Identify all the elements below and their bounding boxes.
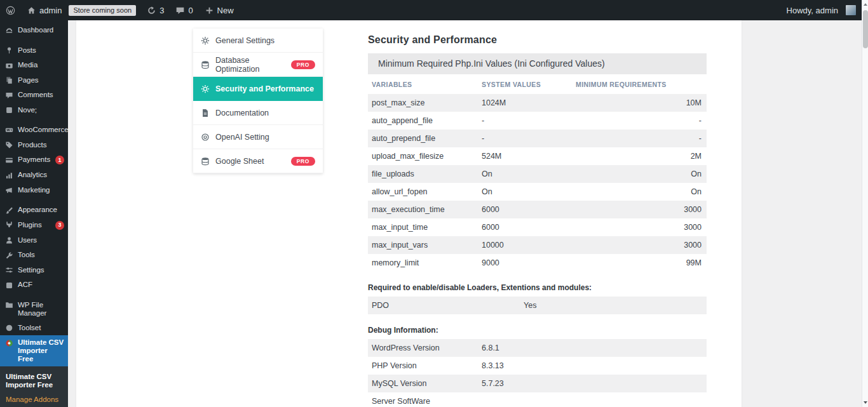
marketing-icon: [5, 186, 13, 194]
minimum-cell: 3000: [572, 201, 707, 218]
sidebar-item-label: Payments: [18, 156, 51, 164]
pro-badge: PRO: [291, 60, 315, 69]
submenu-item-ultimate-csv-importer-free[interactable]: Ultimate CSV Importer Free: [0, 370, 68, 392]
minimum-cell: -: [572, 130, 707, 147]
minimum-cell: 3000: [572, 236, 707, 254]
table-row: MySQL Version5.7.23: [368, 375, 707, 392]
dashboard-icon: [5, 27, 13, 35]
csv-importer-icon: [5, 339, 13, 347]
value-cell: [478, 392, 707, 407]
security-performance-icon: [201, 84, 210, 93]
name-cell: PDO: [368, 297, 520, 314]
minimum-cell: -: [572, 112, 707, 130]
tab-database-optimization[interactable]: Database OptimizationPRO: [193, 53, 323, 77]
sidebar-item-tools[interactable]: Tools: [0, 248, 68, 263]
sidebar-item-dashboard[interactable]: Dashboard: [0, 23, 68, 38]
sidebar-item-woocommerce[interactable]: WooCommerce: [0, 123, 68, 138]
variable-cell: upload_max_filesize: [368, 147, 478, 165]
phpini-values-table: VARIABLESSYSTEM VALUESMINIMUM REQUIREMEN…: [368, 74, 707, 272]
sidebar-item-comments[interactable]: Comments: [0, 88, 68, 103]
nove-icon: [5, 106, 13, 114]
csv-importer-submenu: Ultimate CSV Importer FreeManage Addons: [0, 366, 68, 407]
scroll-up-arrow[interactable]: [862, 0, 868, 9]
new-label: New: [217, 6, 234, 15]
sidebar-item-settings[interactable]: Settings: [0, 263, 68, 278]
users-icon: [5, 236, 13, 244]
admin-sidebar: DashboardPostsMediaPagesCommentsNove;Woo…: [0, 20, 68, 407]
variable-cell: memory_limit: [368, 254, 478, 272]
sidebar-item-label: Tools: [18, 251, 64, 259]
update-icon: [147, 6, 156, 15]
sidebar-item-label: Toolset: [18, 324, 64, 332]
updates-menu[interactable]: 3: [141, 0, 170, 20]
comment-icon: [175, 6, 185, 15]
sidebar-item-acf[interactable]: ACF: [0, 277, 68, 293]
sidebar-item-media[interactable]: Media: [0, 58, 68, 73]
sidebar-item-appearance[interactable]: Appearance: [0, 203, 68, 218]
tab-label: Database Optimization: [215, 56, 285, 74]
avatar: [846, 5, 856, 15]
plugins-icon: [5, 221, 13, 229]
system-value-cell: On: [478, 165, 572, 183]
admin-bar: admin Store coming soon 3 0 New Howdy, a…: [0, 0, 862, 20]
account-menu[interactable]: Howdy, admin: [781, 0, 862, 20]
tab-openai-setting[interactable]: OpenAI Setting: [193, 125, 323, 149]
media-icon: [5, 62, 13, 70]
table-row: max_input_time60003000: [368, 218, 707, 236]
sidebar-item-label: WP File Manager: [18, 301, 64, 317]
settings-icon: [5, 266, 13, 274]
scroll-down-arrow[interactable]: [862, 398, 868, 407]
variable-cell: max_execution_time: [368, 201, 478, 218]
tab-label: OpenAI Setting: [215, 133, 269, 142]
value-cell: Yes: [520, 297, 707, 314]
sidebar-item-pages[interactable]: Pages: [0, 73, 68, 88]
sidebar-item-wp-file-manager[interactable]: WP File Manager: [0, 298, 68, 321]
minimum-cell: 3000: [572, 218, 707, 236]
debug-info-table: WordPress Version6.8.1PHP Version8.3.13M…: [368, 339, 707, 407]
name-cell: MySQL Version: [368, 375, 478, 392]
section-header: Minimum Required Php.Ini Values (Ini Con…: [368, 53, 707, 74]
howdy-text: Howdy, admin: [787, 6, 838, 15]
sidebar-item-analytics[interactable]: Analytics: [0, 168, 68, 183]
coming-soon-badge[interactable]: Store coming soon: [69, 5, 136, 16]
variable-cell: post_max_size: [368, 94, 478, 112]
scrollbar-thumb[interactable]: [863, 10, 868, 48]
tab-documentation[interactable]: Documentation: [193, 101, 323, 125]
site-name-menu[interactable]: admin: [21, 0, 67, 20]
sidebar-item-posts[interactable]: Posts: [0, 43, 68, 58]
minimum-cell: 10M: [572, 94, 707, 112]
sidebar-item-label: ACF: [18, 281, 64, 289]
tab-security-and-performance[interactable]: Security and Performance: [193, 77, 323, 101]
site-name: admin: [39, 6, 62, 15]
updates-count: 3: [159, 6, 164, 15]
sidebar-item-nove[interactable]: Nove;: [0, 103, 68, 118]
table-row: max_execution_time60003000: [368, 201, 707, 218]
column-header: VARIABLES: [368, 74, 478, 94]
sidebar-item-toolset[interactable]: Toolset: [0, 321, 68, 336]
sidebar-item-products[interactable]: Products: [0, 138, 68, 153]
sidebar-item-ultimate-csv-importer-free[interactable]: Ultimate CSV Importer Free: [0, 335, 68, 366]
sidebar-item-plugins[interactable]: Plugins3: [0, 218, 68, 233]
minimum-cell: 99M: [572, 254, 707, 272]
tab-label: Documentation: [215, 109, 269, 117]
tab-google-sheet[interactable]: Google SheetPRO: [193, 149, 323, 173]
submenu-item-manage-addons[interactable]: Manage Addons: [0, 392, 68, 407]
posts-icon: [5, 46, 13, 55]
general-settings-icon: [201, 36, 210, 45]
comments-menu[interactable]: 0: [170, 0, 198, 20]
loaders-table: PDOYes: [368, 297, 707, 314]
acf-icon: [5, 281, 13, 290]
plugin-settings-card: General SettingsDatabase OptimizationPRO…: [76, 20, 742, 407]
sidebar-item-label: Comments: [18, 91, 64, 99]
database-optimization-icon: [201, 60, 210, 69]
table-row: Server SoftWare: [368, 392, 707, 407]
new-content-menu[interactable]: New: [199, 0, 240, 20]
tab-general-settings[interactable]: General Settings: [193, 29, 323, 53]
system-value-cell: 524M: [478, 147, 572, 165]
scrollbar[interactable]: [862, 0, 868, 407]
wordpress-logo-button[interactable]: [0, 0, 21, 20]
settings-tabs: General SettingsDatabase OptimizationPRO…: [193, 29, 323, 173]
sidebar-item-marketing[interactable]: Marketing: [0, 183, 68, 198]
sidebar-item-users[interactable]: Users: [0, 233, 68, 248]
sidebar-item-payments[interactable]: Payments1: [0, 152, 68, 168]
